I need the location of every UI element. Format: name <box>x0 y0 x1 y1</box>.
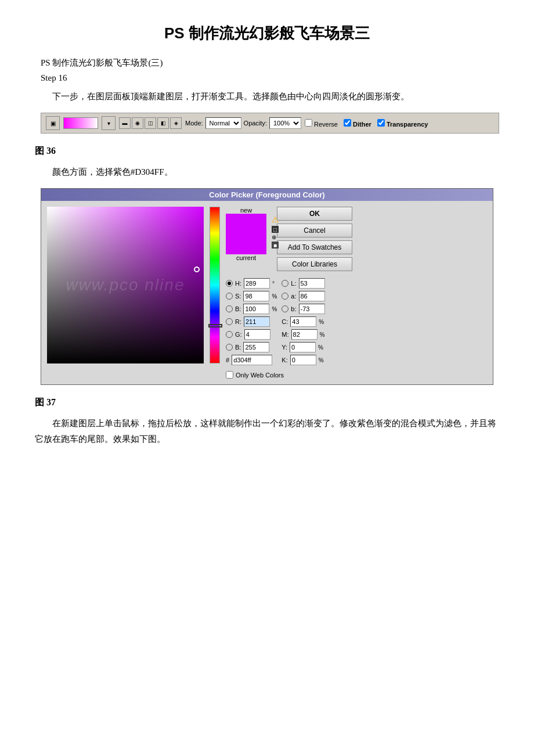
color-cursor <box>194 267 200 272</box>
color-inputs-area: H: ° S: % B: <box>226 278 487 365</box>
color-libraries-button[interactable]: Color Libraries <box>277 257 352 271</box>
gamut-warning-icon: ⚠ <box>272 215 279 225</box>
k-input[interactable] <box>290 355 316 365</box>
square-icon2: ■ <box>272 242 279 249</box>
red-input-row: R: <box>226 316 277 327</box>
bright-input[interactable] <box>243 304 269 314</box>
add-to-swatches-button[interactable]: Add To Swatches <box>277 240 352 254</box>
color-picker-title: Color Picker (Foreground Color) <box>41 189 493 201</box>
toolbar-dropdown-btn[interactable]: ▾ <box>102 116 116 130</box>
only-web-colors-checkbox[interactable] <box>226 371 233 379</box>
red-input[interactable] <box>244 316 270 327</box>
fig36-label: 图 36 <box>35 145 499 157</box>
y-input[interactable] <box>290 342 316 352</box>
toolbar-mode-area: Mode: Normal Opacity: 100% <box>185 117 301 129</box>
green-input-row: G: <box>226 329 277 340</box>
mode-select[interactable]: Normal <box>205 117 241 129</box>
color-picker-body: www.pco nline new ⚠ □ <box>41 201 493 384</box>
hue-input-row: H: ° <box>226 278 277 289</box>
a-input[interactable] <box>299 291 325 301</box>
web-safe-icon: □ <box>272 226 279 233</box>
mode-label: Mode: <box>185 120 203 127</box>
l-input[interactable] <box>299 278 325 289</box>
hsb-rgb-inputs: H: ° S: % B: <box>226 278 277 365</box>
step-label: Step 16 <box>41 73 499 83</box>
y-input-row: Y: % <box>282 342 324 352</box>
toolbar-shape-buttons: ▬ ◉ ◫ ◧ ◈ <box>119 117 182 129</box>
paragraph2: 在新建图层上单击鼠标，拖拉后松放，这样就能制作出一个幻彩的渐变了。修改紫色渐变的… <box>35 416 499 447</box>
b3-input-row: b: <box>282 304 324 314</box>
green-input[interactable] <box>244 329 270 340</box>
fig37-label: 图 37 <box>35 397 499 409</box>
new-label: new <box>240 207 252 214</box>
radial-gradient-btn[interactable]: ◉ <box>132 117 143 129</box>
color-picker-right-panel: new ⚠ □ ⊕ ■ current <box>226 207 487 379</box>
only-web-label: Only Web Colors <box>236 372 284 379</box>
diamond-gradient-btn[interactable]: ◈ <box>170 117 182 129</box>
c-input-row: C: % <box>282 316 324 327</box>
hash-label: # <box>226 357 229 363</box>
color-picker-dialog: Color Picker (Foreground Color) www.pco … <box>41 188 493 385</box>
cancel-button[interactable]: Cancel <box>277 224 352 237</box>
a-radio[interactable] <box>282 293 288 300</box>
k-input-row: K: % <box>282 355 324 365</box>
color-field[interactable]: www.pco nline <box>47 207 204 363</box>
current-color-swatch <box>226 234 266 254</box>
color-gradient <box>47 207 204 363</box>
c-input[interactable] <box>290 316 316 327</box>
blue-input-row: B: <box>226 342 277 352</box>
red-radio[interactable] <box>226 318 233 325</box>
subtitle: PS 制作流光幻影般飞车场景(三) <box>41 57 499 69</box>
hex-input-row: # <box>226 355 277 365</box>
only-web-colors-row: Only Web Colors <box>226 371 487 379</box>
lab-cmyk-inputs: L: a: b: <box>282 278 324 365</box>
gradient-preview[interactable] <box>63 117 98 129</box>
l-radio[interactable] <box>282 280 288 287</box>
reverse-option[interactable]: Reverse <box>305 119 338 128</box>
bright-radio[interactable] <box>226 305 233 312</box>
new-color-swatch <box>226 214 266 234</box>
dither-option[interactable]: Dither <box>344 119 371 128</box>
ok-button[interactable]: OK <box>277 207 352 221</box>
profile-icon: ⊕ <box>272 234 279 240</box>
reverse-checkbox[interactable] <box>305 119 312 127</box>
b3-input[interactable] <box>299 304 325 314</box>
current-label: current <box>236 254 256 261</box>
bright-input-row: B: % <box>226 304 277 314</box>
hue-cursor <box>208 324 222 327</box>
opacity-label: Opacity: <box>244 120 267 127</box>
paragraph1: 下一步，在图层面板顶端新建图层，打开渐变工具。选择颜色由中心向四周淡化的圆形渐变… <box>35 89 499 105</box>
fig36-text: 颜色方面，选择紫色#D304FF。 <box>35 164 499 180</box>
transparency-checkbox[interactable] <box>377 119 385 127</box>
linear-gradient-btn[interactable]: ▬ <box>119 117 131 129</box>
hue-radio[interactable] <box>226 280 233 287</box>
hue-slider[interactable] <box>210 207 220 363</box>
blue-radio[interactable] <box>226 344 233 351</box>
hex-input[interactable] <box>232 355 272 365</box>
m-input-row: M: % <box>282 329 324 340</box>
hue-slider-container <box>210 207 220 363</box>
blue-input[interactable] <box>243 342 269 352</box>
hue-input[interactable] <box>244 278 270 289</box>
b3-radio[interactable] <box>282 305 288 312</box>
toolbar-layer-btn[interactable]: ▣ <box>46 116 60 130</box>
toolbar-options: Reverse Dither Transparency <box>305 119 428 128</box>
sat-radio[interactable] <box>226 293 233 300</box>
dither-checkbox[interactable] <box>344 119 351 127</box>
l-input-row: L: <box>282 278 324 289</box>
a-input-row: a: <box>282 291 324 301</box>
opacity-select[interactable]: 100% <box>269 117 301 129</box>
m-input[interactable] <box>291 329 317 340</box>
sat-input[interactable] <box>243 291 269 301</box>
green-radio[interactable] <box>226 331 233 338</box>
sat-input-row: S: % <box>226 291 277 301</box>
transparency-option[interactable]: Transparency <box>377 119 428 128</box>
reflect-gradient-btn[interactable]: ◧ <box>157 117 169 129</box>
main-title: PS 制作流光幻影般飞车场景三 <box>35 23 499 44</box>
gradient-toolbar: ▣ ▾ ▬ ◉ ◫ ◧ ◈ Mode: Normal Opacity: 100%… <box>41 113 499 134</box>
angle-gradient-btn[interactable]: ◫ <box>145 117 156 129</box>
